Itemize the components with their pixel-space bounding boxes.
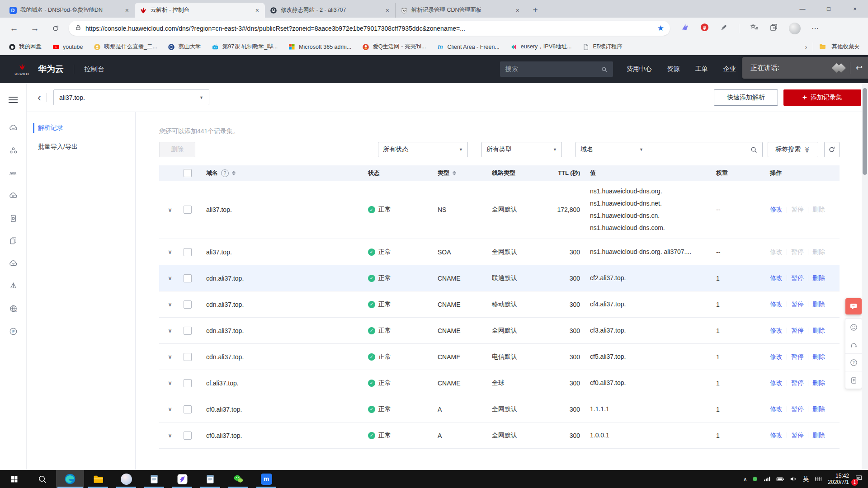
cell-expand[interactable]: ∨: [159, 275, 181, 282]
cloud-icon[interactable]: [8, 123, 19, 133]
pause-link[interactable]: 暂停: [791, 300, 804, 309]
tab-close-icon[interactable]: ×: [124, 7, 130, 14]
page-scrollbar[interactable]: [862, 83, 868, 470]
bookmark-item[interactable]: youtube: [52, 43, 83, 51]
record-search-input[interactable]: [648, 142, 750, 157]
menu-dots-icon[interactable]: ⋯: [811, 24, 820, 33]
other-bookmarks-label[interactable]: 其他收藏夹: [832, 43, 860, 51]
checkbox[interactable]: [184, 274, 192, 282]
tag-search-button[interactable]: 标签搜索≫: [768, 142, 818, 157]
cell-expand[interactable]: ∨: [159, 432, 181, 439]
survey-clipboard-icon[interactable]: [845, 371, 862, 389]
bookmark-item[interactable]: 爱Q生活网 - 亮亮'bl...: [362, 43, 426, 51]
zone-selector[interactable]: ali37.top. ▼: [53, 89, 209, 105]
ip-icon[interactable]: IP: [8, 326, 19, 337]
pause-link[interactable]: 暂停: [791, 353, 804, 361]
nav-item[interactable]: 企业: [723, 65, 736, 73]
chevron-down-icon[interactable]: ∨: [168, 327, 172, 334]
console-search-input[interactable]: 搜索: [500, 61, 613, 77]
pause-link[interactable]: 暂停: [791, 379, 804, 387]
touch-keyboard-icon[interactable]: [815, 475, 822, 483]
quick-add-button[interactable]: 快速添加解析: [714, 89, 778, 106]
bird-extension-icon[interactable]: [681, 23, 689, 33]
favorite-star-icon[interactable]: ★: [657, 23, 664, 33]
support-headset-icon[interactable]: [845, 336, 862, 354]
sort-icon[interactable]: [453, 171, 456, 175]
volume-icon[interactable]: [790, 475, 797, 483]
hamburger-menu-icon[interactable]: [9, 95, 18, 105]
chevron-down-icon[interactable]: ∨: [168, 406, 172, 413]
pause-link[interactable]: 暂停: [791, 274, 804, 282]
checkbox[interactable]: [184, 405, 192, 413]
taskbar-notepad-icon[interactable]: [140, 470, 168, 488]
cell-checkbox[interactable]: [181, 432, 203, 440]
bookmark-item[interactable]: Microsoft 365 admi...: [288, 43, 351, 51]
delete-link[interactable]: 删除: [812, 379, 825, 387]
nav-item[interactable]: 资源: [667, 65, 680, 73]
bookmark-item[interactable]: 第97课 轧制教学_哔...: [212, 43, 278, 51]
tray-green-dot-icon[interactable]: [753, 477, 757, 481]
chevron-down-icon[interactable]: ∨: [168, 380, 172, 386]
chevron-down-icon[interactable]: ∨: [168, 206, 172, 213]
editor-extension-icon[interactable]: [720, 23, 728, 33]
delete-link[interactable]: 删除: [812, 432, 825, 440]
nodes-icon[interactable]: [8, 145, 19, 156]
collections-icon[interactable]: [769, 23, 778, 33]
cell-checkbox[interactable]: [181, 206, 203, 214]
checkbox[interactable]: [184, 327, 192, 335]
pause-link[interactable]: 暂停: [791, 327, 804, 335]
taskbar-explorer-icon[interactable]: [84, 470, 112, 488]
feedback-chat-button[interactable]: [845, 298, 862, 314]
delete-link[interactable]: 删除: [812, 405, 825, 413]
bookmark-item[interactable]: 我的网盘: [8, 43, 42, 51]
back-icon[interactable]: ←: [6, 21, 22, 36]
taskbar-clock[interactable]: 15:42 2020/7/1: [828, 473, 849, 485]
ime-indicator[interactable]: 英: [803, 475, 809, 483]
cell-expand[interactable]: ∨: [159, 380, 181, 386]
cell-expand[interactable]: ∨: [159, 249, 181, 255]
checkbox[interactable]: [184, 248, 192, 256]
checkbox[interactable]: [184, 206, 192, 214]
modify-link[interactable]: 修改: [770, 274, 783, 282]
taskbar-photos-icon[interactable]: [112, 470, 140, 488]
delete-link[interactable]: 删除: [812, 353, 825, 361]
taskbar-mdrive-icon[interactable]: m: [252, 470, 280, 488]
copy-icon[interactable]: [8, 236, 19, 246]
bookmark-item[interactable]: fnClient Area - Freen...: [437, 43, 500, 51]
cell-checkbox[interactable]: [181, 405, 203, 413]
bookmarks-overflow-icon[interactable]: ›: [805, 43, 807, 51]
taskbar-notepad2-icon[interactable]: [196, 470, 224, 488]
cell-checkbox[interactable]: [181, 379, 203, 387]
modify-link[interactable]: 修改: [770, 353, 783, 361]
checkbox[interactable]: [184, 169, 192, 177]
status-filter-select[interactable]: 所有状态▼: [378, 142, 468, 157]
address-bar[interactable]: https://console.huaweicloud.com/dns/?reg…: [69, 21, 670, 36]
refresh-button[interactable]: [824, 142, 840, 157]
cell-expand[interactable]: ∨: [159, 406, 181, 413]
prism-icon[interactable]: [8, 281, 19, 291]
cell-expand[interactable]: ∨: [159, 353, 181, 360]
browser-tab[interactable]: 修改静态网站 - 2 - ali3707×: [265, 3, 395, 18]
cell-checkbox[interactable]: [181, 248, 203, 256]
adblock-extension-icon[interactable]: [700, 23, 709, 33]
sidebar-item-import-export[interactable]: 批量导入/导出: [27, 137, 135, 156]
maximize-button[interactable]: □: [816, 0, 842, 18]
reload-icon[interactable]: [48, 21, 63, 36]
huawei-logo[interactable]: HUAWEI: [12, 63, 33, 75]
sort-icon[interactable]: [232, 171, 236, 175]
waves-icon[interactable]: [8, 168, 19, 178]
bookmark-item[interactable]: 咦那是什么直播_二...: [93, 43, 157, 51]
profile-avatar[interactable]: [789, 23, 801, 34]
search-field-select[interactable]: 域名▼: [576, 142, 648, 157]
taskbar-wechat-icon[interactable]: [224, 470, 252, 488]
lock-icon[interactable]: [75, 24, 82, 33]
taskbar-edge-icon[interactable]: [56, 470, 84, 488]
search-icon[interactable]: [601, 66, 608, 73]
taskbar-thunder-icon[interactable]: [168, 470, 196, 488]
type-filter-select[interactable]: 所有类型▼: [481, 142, 562, 157]
back-chevron-icon[interactable]: ‹: [38, 92, 41, 103]
browser-tab[interactable]: D我的域名 - DNSPod-免费智能DN×: [5, 3, 135, 18]
help-icon[interactable]: ?: [845, 354, 862, 371]
header-checkbox[interactable]: [181, 169, 203, 177]
modify-link[interactable]: 修改: [770, 379, 783, 387]
